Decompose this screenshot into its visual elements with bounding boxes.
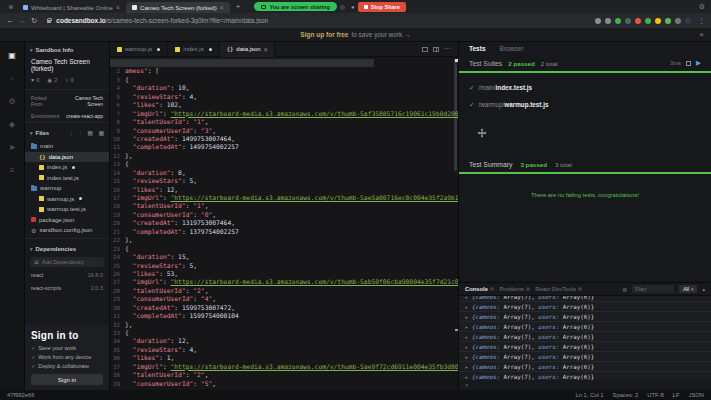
statusbar-item[interactable]: Ln 1, Col 1 xyxy=(576,392,604,398)
back-button[interactable]: ← xyxy=(6,16,14,25)
test-suite-row[interactable]: ✓/warmup/warmup.test.js xyxy=(469,96,701,113)
code-line[interactable]: 29 "consumerUserId": "4", xyxy=(110,295,458,303)
code-line[interactable]: 19 "consumerUserId": "0", xyxy=(110,211,458,219)
reload-button[interactable]: ↻ xyxy=(31,16,37,25)
extension-icon[interactable] xyxy=(675,18,681,24)
console-log-row[interactable]: ▸ {cameos: Array(7), users: Array(6)} xyxy=(459,342,711,352)
code-line[interactable]: 5 "reviewStars": 4, xyxy=(110,93,458,101)
export-icon[interactable]: ↑ xyxy=(79,130,82,136)
console-log-row[interactable]: ▸ {cameos: Array(7), users: Array(6)} xyxy=(459,302,711,312)
files-header[interactable]: ▾ Files ↓ ↑ ▤ ▦ xyxy=(25,125,109,139)
run-tests-icon[interactable]: ▶ xyxy=(696,59,701,67)
lock-icon[interactable] xyxy=(46,18,51,23)
folder-item-main[interactable]: main xyxy=(25,141,109,152)
tab-tests[interactable]: Tests xyxy=(469,45,486,52)
console-prompt[interactable]: > xyxy=(459,380,711,390)
github-icon[interactable]: ◈ xyxy=(9,121,15,129)
console-log-row[interactable]: ▸ {cameos: Array(7), users: Array(6)} xyxy=(459,352,711,362)
url-field[interactable]: codesandbox.io/s/cameo-tech-screen-forke… xyxy=(56,17,590,24)
new-file-icon[interactable]: ▤ xyxy=(88,130,93,136)
test-suite-row[interactable]: ✓/main/index.test.js xyxy=(469,79,701,96)
code-area[interactable]: 12ameos": [3{4 "duration": 10,5 "reviewS… xyxy=(110,57,458,390)
forward-button[interactable]: → xyxy=(19,16,27,25)
browser-menu-icon[interactable]: ⋮ xyxy=(698,17,705,25)
statusbar-item[interactable]: JSON xyxy=(689,392,704,398)
close-tab-icon[interactable]: × xyxy=(116,4,120,11)
forks-stat[interactable]: ⑂0 xyxy=(65,77,73,83)
dependency-row[interactable]: react-scripts2.0.3 xyxy=(25,282,109,295)
close-banner-icon[interactable]: × xyxy=(699,30,704,39)
code-line[interactable]: 31 "completedAt": 1599754000104 xyxy=(110,312,458,320)
code-line[interactable]: 22}, xyxy=(110,236,458,244)
stop-share-button[interactable]: Stop Share xyxy=(358,2,406,12)
console-filter-input[interactable]: Filter xyxy=(632,285,674,293)
extension-icon[interactable] xyxy=(645,18,651,24)
file-item-warmup.test.js[interactable]: warmup.test.js xyxy=(25,204,109,215)
code-line[interactable]: 27 "imgUrl": "https://starboard-media.s3… xyxy=(110,278,458,286)
code-line[interactable]: 9 "consumerUserId": "3", xyxy=(110,127,458,135)
console-log-row[interactable]: ▸ {cameos: Array(7), users: Array(6)} xyxy=(459,372,711,380)
window-control-dot[interactable] xyxy=(9,5,13,9)
code-line[interactable]: 38 "talentUserId": "2", xyxy=(110,371,458,379)
stop-tests-icon[interactable] xyxy=(686,61,691,66)
file-item-sandbox.config.json[interactable]: ⚙sandbox.config.json xyxy=(25,225,109,236)
log-level-dropdown[interactable]: All▾ xyxy=(679,285,697,293)
forked-from-link[interactable]: Cameo Tech Screen xyxy=(59,95,103,107)
code-line[interactable]: 24 "duration": 15, xyxy=(110,253,458,261)
code-line[interactable]: 14 "duration": 8, xyxy=(110,169,458,177)
editor-tab-warmup.js[interactable]: warmup.js xyxy=(110,42,168,57)
code-line[interactable]: 33{ xyxy=(110,329,458,337)
code-line[interactable]: 16 "likes": 12, xyxy=(110,186,458,194)
code-line[interactable]: 4 "duration": 10, xyxy=(110,84,458,92)
code-line[interactable]: 3{ xyxy=(110,76,458,84)
extension-icon[interactable] xyxy=(605,18,611,24)
live-icon[interactable]: ≡ xyxy=(10,167,15,175)
sandbox-info-header[interactable]: ▾ Sandbox Info xyxy=(25,42,109,56)
code-line[interactable]: 6 "likes": 102, xyxy=(110,101,458,109)
console-log-row[interactable]: ▸ {cameos: Array(7), users: Array(6)} xyxy=(459,332,711,342)
code-line[interactable]: 37 "imgUrl": "https://starboard-media.s3… xyxy=(110,363,458,371)
split-editor-icon[interactable] xyxy=(433,47,439,52)
extension-icon[interactable] xyxy=(615,18,621,24)
code-line[interactable]: 18 "talentUserId": "1", xyxy=(110,202,458,210)
browser-tab[interactable]: Whiteboard | Shareable Online× xyxy=(17,2,126,13)
code-line[interactable]: 11 "completedAt": 1499754002257 xyxy=(110,143,458,151)
split-view-icon[interactable] xyxy=(422,47,428,52)
codesandbox-logo[interactable]: ▣ xyxy=(8,52,16,60)
code-line[interactable]: 12}, xyxy=(110,152,458,160)
statusbar-item[interactable]: LF xyxy=(673,392,680,398)
extension-icon[interactable] xyxy=(655,18,661,24)
close-tab-icon[interactable]: × xyxy=(220,4,224,11)
console-log-row[interactable]: ▸ {cameos: Array(7), users: Array(6)} xyxy=(459,362,711,372)
statusbar-item[interactable]: Spaces: 2 xyxy=(613,392,639,398)
new-tab-button[interactable]: + xyxy=(236,2,241,11)
folder-item-warmup[interactable]: warmup xyxy=(25,183,109,194)
extension-icon[interactable] xyxy=(685,18,691,24)
expand-console-icon[interactable]: ▴ xyxy=(702,286,705,292)
extension-icon[interactable] xyxy=(625,18,631,24)
code-line[interactable]: 32}, xyxy=(110,321,458,329)
code-line[interactable]: 36 "likes": 1, xyxy=(110,354,458,362)
console-log-row[interactable]: ▸ {cameos: Array(7), users: Array(6)} xyxy=(459,322,711,332)
dependency-row[interactable]: react16.8.0 xyxy=(25,269,109,282)
share-options-icon[interactable]: ● xyxy=(351,4,355,10)
file-item-warmup.js[interactable]: warmup.js xyxy=(25,194,109,205)
code-line[interactable]: 1 xyxy=(110,59,458,67)
deployment-icon[interactable]: ➤ xyxy=(9,144,16,152)
explorer-icon[interactable]: ○ xyxy=(10,75,15,83)
code-line[interactable]: 26 "likes": 53, xyxy=(110,270,458,278)
signin-button[interactable]: Sign in xyxy=(31,374,103,385)
code-line[interactable]: 13{ xyxy=(110,160,458,168)
extension-icon[interactable] xyxy=(595,18,601,24)
tab-browser[interactable]: Browser xyxy=(500,45,524,52)
likes-stat[interactable]: ♥0 xyxy=(31,77,39,83)
editor-tab-index.js[interactable]: index.js xyxy=(168,42,219,57)
extension-icon[interactable] xyxy=(665,18,671,24)
browser-tab[interactable]: Cameo Tech Screen (forked)× xyxy=(126,2,230,13)
gear-icon[interactable]: ⚙ xyxy=(699,3,705,11)
statusbar-item[interactable]: UTF-8 xyxy=(647,392,663,398)
console-tab-problems[interactable]: Problems xyxy=(499,286,530,292)
console-tab-react-devtools[interactable]: React DevTools xyxy=(535,286,582,292)
add-dependency-input[interactable]: ⊞ Add Dependency xyxy=(30,257,104,267)
import-icon[interactable]: ↓ xyxy=(70,130,73,136)
